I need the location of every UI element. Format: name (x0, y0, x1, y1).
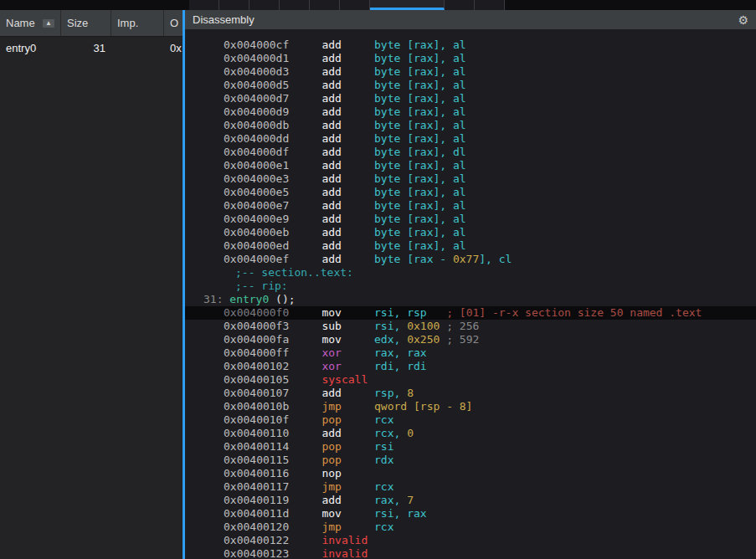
asm-line[interactable]: 0x0040011d mov rsi, rax (185, 507, 756, 521)
asm-token-sp (289, 38, 321, 51)
asm-line[interactable]: 0x00400107 add rsp, 8 (185, 387, 756, 400)
asm-line[interactable]: 0x004000eb add byte [rax], al (185, 226, 756, 239)
asm-line[interactable]: 0x00400116 nop (185, 467, 756, 480)
asm-token-sp (289, 146, 321, 158)
asm-token-addr: 0x00400107 (224, 387, 289, 399)
asm-token-sp (289, 413, 321, 426)
column-header-name[interactable]: Name ▲ (0, 10, 61, 36)
asm-line[interactable]: 0x00400105 syscall (185, 373, 756, 387)
asm-token-sp (289, 239, 321, 252)
asm-token-cyn: byte [rax], al (374, 186, 466, 198)
asm-line[interactable]: ;-- section..text: (185, 266, 756, 280)
asm-line[interactable]: 0x004000df add byte [rax], dl (185, 146, 756, 159)
asm-line[interactable]: ;-- rip: (185, 280, 756, 293)
dock-tab[interactable] (310, 0, 340, 10)
dock-tab[interactable] (370, 0, 445, 10)
asm-line[interactable]: 0x004000e1 add byte [rax], al (185, 159, 756, 172)
asm-line[interactable]: 31: entry0 (); (185, 293, 756, 306)
dock-tab[interactable] (249, 0, 280, 10)
column-header-imp-label: Imp. (117, 17, 138, 29)
asm-token-cyn: byte [rax], al (374, 172, 466, 185)
asm-token-cyn: edx, (374, 333, 407, 346)
asm-line[interactable]: 0x00400119 add rax, 7 (185, 494, 756, 507)
asm-token-sp (289, 186, 321, 198)
asm-line[interactable]: 0x004000d7 add byte [rax], al (185, 92, 756, 105)
asm-token-sp (289, 547, 321, 559)
asm-token-sp (289, 65, 321, 78)
asm-line[interactable]: 0x00400117 jmp rcx (185, 480, 756, 494)
asm-line[interactable]: 0x004000db add byte [rax], al (185, 119, 756, 132)
asm-line[interactable]: 0x004000f0 mov rsi, rsp ; [01] -r-x sect… (185, 306, 756, 320)
disassembly-listing[interactable]: 0x004000cf add byte [rax], al0x004000d1 … (185, 29, 756, 559)
asm-token-mn: add (321, 494, 374, 506)
asm-token-mn: add (321, 172, 374, 185)
asm-line[interactable]: 0x00400122 invalid (185, 534, 756, 547)
asm-line[interactable]: 0x00400114 pop rsi (185, 440, 756, 454)
asm-token-cyn: byte [rax], al (374, 38, 466, 51)
column-header-offset[interactable]: O (164, 10, 183, 36)
asm-token-sp (289, 199, 321, 212)
asm-token-addr: 0x004000db (224, 119, 289, 131)
asm-line[interactable]: 0x0040010f pop rcx (185, 413, 756, 427)
asm-line[interactable]: 0x004000d1 add byte [rax], al (185, 52, 756, 65)
asm-line[interactable]: 0x004000cf add byte [rax], al (185, 38, 756, 52)
asm-token-mn: add (321, 65, 374, 78)
asm-token-cyn: rsi, rax (374, 507, 427, 520)
asm-token-sp (289, 226, 321, 238)
asm-line[interactable]: 0x00400110 add rcx, 0 (185, 427, 756, 440)
asm-token-sp (289, 360, 321, 372)
dock-tab[interactable] (475, 0, 505, 10)
dock-tab[interactable] (340, 0, 370, 10)
asm-token-addr: 0x00400123 (224, 547, 289, 559)
asm-token-addr: 0x004000e5 (224, 186, 289, 198)
asm-line[interactable]: 0x00400115 pop rdx (185, 454, 756, 467)
asm-line[interactable]: 0x00400102 xor rdi, rdi (185, 360, 756, 373)
asm-line[interactable]: 0x0040010b jmp qword [rsp - 8] (185, 400, 756, 413)
dock-tab[interactable] (445, 0, 475, 10)
column-header-name-label: Name (6, 17, 35, 29)
asm-token-sp (289, 534, 321, 546)
sort-asc-icon[interactable]: ▲ (43, 19, 54, 28)
asm-line[interactable]: 0x00400123 invalid (185, 547, 756, 559)
asm-line[interactable]: 0x004000ed add byte [rax], al (185, 239, 756, 253)
asm-token-orn: pop (321, 413, 374, 426)
asm-token-sp (427, 306, 446, 319)
dock-tab[interactable] (189, 0, 219, 10)
asm-token-teal: ;-- section..text: (235, 266, 353, 279)
asm-token-addr: 0x00400105 (224, 373, 289, 386)
asm-line[interactable]: 0x004000dd add byte [rax], al (185, 132, 756, 146)
asm-token-mn: add (321, 52, 374, 64)
asm-line[interactable]: 0x004000ef add byte [rax - 0x77], cl (185, 253, 756, 266)
asm-token-addr: 0x00400116 (224, 467, 289, 480)
asm-line[interactable]: 0x004000d5 add byte [rax], al (185, 79, 756, 92)
asm-line[interactable]: 0x00400120 jmp rcx (185, 521, 756, 534)
asm-line[interactable]: 0x004000fa mov edx, 0x250 ; 592 (185, 333, 756, 346)
asm-token-orn: jmp (321, 480, 374, 493)
asm-token-orn: jmp (321, 400, 374, 413)
gear-icon[interactable]: ⚙ (738, 14, 748, 26)
asm-token-addr: 0x00400117 (224, 480, 289, 493)
asm-token-sp (289, 346, 321, 359)
asm-token-orn: jmp (321, 521, 374, 533)
asm-line[interactable]: 0x004000e5 add byte [rax], al (185, 186, 756, 199)
asm-line[interactable]: 0x004000d3 add byte [rax], al (185, 65, 756, 79)
asm-line[interactable]: 0x004000e9 add byte [rax], al (185, 213, 756, 226)
asm-line[interactable]: 0x004000ff xor rax, rax (185, 346, 756, 360)
asm-token-sp (289, 159, 321, 172)
column-header-imp[interactable]: Imp. (111, 10, 164, 36)
asm-line[interactable]: 0x004000e3 add byte [rax], al (185, 172, 756, 186)
column-header-size[interactable]: Size (61, 10, 111, 36)
asm-line[interactable]: 0x004000d9 add byte [rax], al (185, 105, 756, 119)
asm-token-cyn: byte [rax], al (374, 52, 466, 64)
asm-token-cyn: rdx (374, 454, 393, 466)
asm-token-cyn: byte [rax], al (374, 199, 466, 212)
dock-tab[interactable] (219, 0, 249, 10)
table-row-entry0[interactable]: entry0 31 0x (0, 37, 183, 59)
asm-token-cyn: rax, rax (374, 346, 427, 359)
dock-tab[interactable] (280, 0, 310, 10)
asm-token-yel: 7 (407, 494, 414, 506)
asm-line[interactable]: 0x004000f3 sub rsi, 0x100 ; 256 (185, 320, 756, 333)
asm-line[interactable]: 0x004000e7 add byte [rax], al (185, 199, 756, 213)
asm-token-mn: add (321, 253, 374, 265)
asm-token-addr: 0x004000f3 (224, 320, 289, 332)
